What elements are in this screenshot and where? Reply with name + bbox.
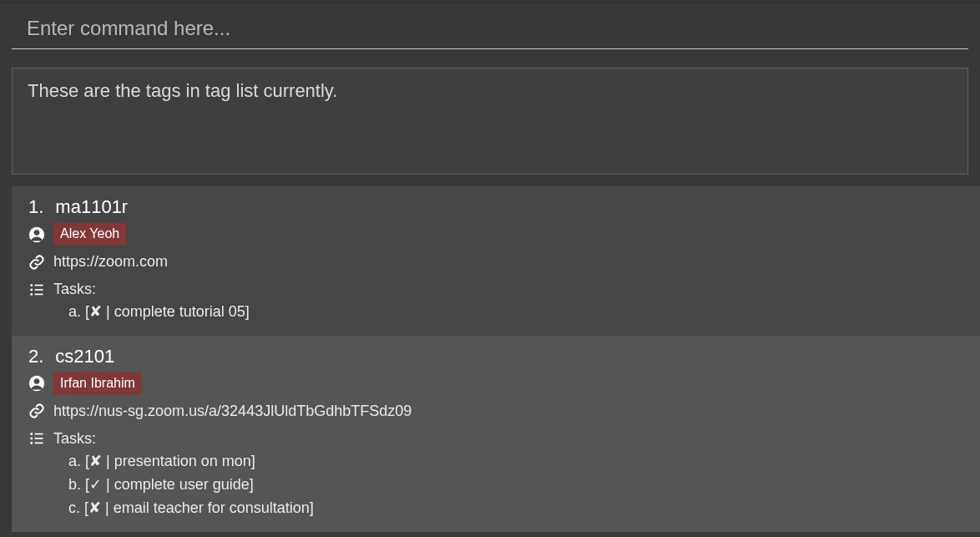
person-icon: [28, 375, 45, 392]
module-name: ma1101r: [55, 196, 128, 218]
link-icon: [28, 254, 45, 271]
task-line: a. [✘ | presentation on mon]: [68, 450, 963, 474]
person-row: Irfan Ibrahim: [28, 372, 963, 395]
tasks-icon: [28, 281, 45, 298]
svg-rect-2: [31, 284, 33, 286]
result-message: These are the tags in tag list currently…: [28, 80, 337, 101]
module-list: 1.ma1101r Alex Yeoh https://zoom.com Tas…: [0, 186, 980, 532]
svg-rect-6: [35, 289, 43, 291]
svg-point-9: [34, 379, 40, 385]
module-title-row: 1.ma1101r: [28, 196, 963, 218]
link-icon: [28, 403, 45, 419]
task-line: b. [✓ | complete user guide]: [68, 474, 963, 497]
svg-rect-7: [35, 293, 43, 295]
link-row: https://nus-sg.zoom.us/a/32443JlUldTbGdh…: [28, 400, 963, 423]
svg-rect-5: [35, 284, 43, 286]
module-name: cs2101: [55, 346, 114, 367]
svg-rect-15: [35, 443, 43, 444]
task-line: a. [✘ | complete tutorial 05]: [68, 301, 963, 324]
link-text: https://nus-sg.zoom.us/a/32443JlUldTbGdh…: [53, 400, 412, 423]
tasks-list: a. [✘ | presentation on mon]b. [✓ | comp…: [68, 450, 963, 520]
tasks-list: a. [✘ | complete tutorial 05]: [68, 301, 963, 324]
result-box: These are the tags in tag list currently…: [12, 68, 968, 175]
task-line: c. [✘ | email teacher for consultation]: [68, 497, 963, 520]
person-chip: Irfan Ibrahim: [53, 372, 142, 395]
svg-rect-13: [35, 433, 43, 435]
module-title-row: 2.cs2101: [28, 346, 963, 367]
tasks-label: Tasks:: [53, 278, 96, 301]
tasks-header-row: Tasks:: [28, 428, 963, 450]
module-card[interactable]: 2.cs2101 Irfan Ibrahim https://nus-sg.zo…: [12, 336, 980, 532]
command-input[interactable]: [12, 12, 968, 49]
svg-rect-4: [31, 293, 33, 296]
svg-rect-3: [31, 288, 33, 291]
tasks-label: Tasks:: [53, 428, 96, 450]
command-area: [0, 3, 980, 49]
link-row: https://zoom.com: [28, 251, 963, 273]
link-text: https://zoom.com: [53, 251, 168, 273]
svg-rect-10: [31, 433, 33, 436]
tasks-header-row: Tasks:: [28, 278, 963, 301]
person-row: Alex Yeoh: [28, 223, 963, 246]
module-card[interactable]: 1.ma1101r Alex Yeoh https://zoom.com Tas…: [12, 186, 980, 336]
tasks-icon: [28, 430, 45, 447]
svg-rect-11: [31, 438, 33, 440]
svg-rect-14: [35, 438, 43, 440]
person-icon: [28, 226, 45, 243]
module-index: 1.: [28, 196, 43, 218]
module-index: 2.: [28, 346, 43, 367]
svg-rect-12: [31, 443, 33, 445]
svg-point-1: [34, 230, 40, 236]
person-chip: Alex Yeoh: [53, 223, 126, 246]
